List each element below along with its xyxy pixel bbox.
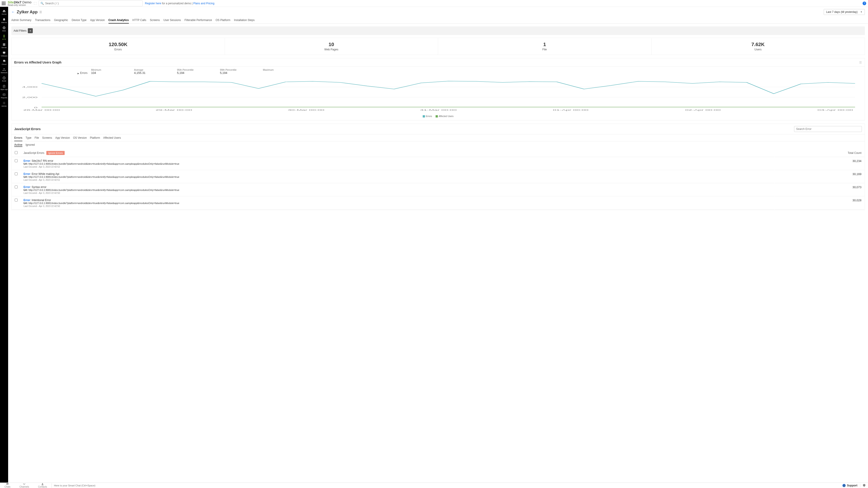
legend-item[interactable]: Errors <box>423 115 432 118</box>
support-button[interactable]: 🎧 Support <box>840 484 860 487</box>
sidebar-item-cloud[interactable]: Cloud <box>0 58 8 67</box>
subtab-os-version[interactable]: OS Version <box>73 136 87 141</box>
error-checkbox[interactable] <box>15 199 18 201</box>
sidebar-item-home[interactable]: Home <box>0 8 8 17</box>
tab-user-sessions[interactable]: User Sessions <box>163 17 181 24</box>
chart-title: Errors vs Affected Users Graph <box>14 61 61 64</box>
stat-label: Errors <box>15 48 221 51</box>
chat-icon <box>6 483 9 486</box>
error-cell[interactable]: Error: Error While making ApiUrl: http:/… <box>21 170 774 183</box>
chart-stat-header: Maximum <box>263 68 306 71</box>
tab-app-version[interactable]: App Version <box>90 17 105 24</box>
back-arrow-icon[interactable]: ← <box>11 10 15 14</box>
error-message: Syntax error <box>32 186 46 189</box>
subtab-type[interactable]: Type <box>26 136 31 141</box>
feedback-icon[interactable] <box>860 484 868 487</box>
expand-icon[interactable]: ⛶ <box>34 2 36 5</box>
tab-http-calls[interactable]: HTTP Calls <box>132 17 146 24</box>
web-icon <box>2 26 6 29</box>
tab-os-platform[interactable]: OS Platform <box>216 17 230 24</box>
subtab2-active[interactable]: Active <box>14 143 22 147</box>
channels-button[interactable]: Channels <box>15 483 33 488</box>
logo-demo: Demo <box>22 0 31 4</box>
subtab-app-version[interactable]: App Version <box>55 136 70 141</box>
reports-icon <box>2 93 6 96</box>
tab-device-type[interactable]: Device Type <box>72 17 87 24</box>
subtab-affected-users[interactable]: Affected Users <box>103 136 121 141</box>
subtab-platform[interactable]: Platform <box>90 136 100 141</box>
svg-text:28-Mar 00:00: 28-Mar 00:00 <box>23 109 60 111</box>
error-cell[interactable]: Error: Syntax errorUrl: http://127.0.0.1… <box>21 184 774 196</box>
chats-button[interactable]: Chats <box>0 483 15 488</box>
sidebar-item-label: Home <box>2 13 6 15</box>
app-launcher-icon[interactable] <box>2 2 5 5</box>
sidebar-item-admin[interactable]: Admin <box>0 100 8 108</box>
sidebar-item-network[interactable]: Network <box>0 67 8 75</box>
sidebar-item-applogs[interactable]: AppLogs <box>0 84 8 92</box>
add-filter-button[interactable]: + <box>28 28 33 33</box>
stat-value: 7.62K <box>655 41 861 47</box>
help-icon[interactable]: ? <box>863 2 866 5</box>
rum-icon <box>2 76 6 79</box>
legend-label: Errors <box>426 115 432 118</box>
sidebar-item-rum[interactable]: RUM <box>0 75 8 84</box>
error-cell[interactable]: Error: Site24x7 RN errorUrl: http://127.… <box>21 158 774 170</box>
sidebar-item-label: Server <box>1 46 7 48</box>
tab-filterable-performance[interactable]: Filterable Performance <box>184 17 212 24</box>
tab-admin-summary[interactable]: Admin Summary <box>11 17 31 24</box>
ignore-errors-button[interactable]: Ignore Errors <box>46 151 64 155</box>
svg-text:03-Apr 00:00: 03-Apr 00:00 <box>817 109 853 111</box>
main: ← Zylker App ☰ Last 7 days (till yesterd… <box>8 7 868 483</box>
server-icon <box>2 43 6 46</box>
logo-num: 24x7 <box>14 0 22 4</box>
apm-icon <box>2 35 6 38</box>
chart-stat-col: 95th Percentile5,194 <box>177 68 220 74</box>
sidebar-item-web[interactable]: Web <box>0 25 8 33</box>
sidebar-item-server[interactable]: Server <box>0 41 8 50</box>
error-checkbox[interactable] <box>15 186 18 188</box>
legend-item[interactable]: Affected Users <box>436 115 454 118</box>
select-all-checkbox[interactable] <box>15 151 18 154</box>
svg-point-5 <box>4 68 4 69</box>
error-count: 30,234 <box>775 158 864 170</box>
svg-text:29-Mar 00:00: 29-Mar 00:00 <box>156 109 192 111</box>
smart-chat-input[interactable] <box>52 483 840 488</box>
tab-geographic[interactable]: Geographic <box>54 17 68 24</box>
content: Add Filters + 120.50KErrors10Web Pages1F… <box>8 24 868 213</box>
register-link[interactable]: Register here <box>145 2 161 5</box>
sidebar-item-apm[interactable]: APM <box>0 33 8 41</box>
subtab-screens[interactable]: Screens <box>42 136 52 141</box>
js-subtabs2: ActiveIgnored <box>11 141 865 149</box>
subtab-file[interactable]: File <box>35 136 39 141</box>
error-checkbox[interactable] <box>15 172 18 175</box>
tab-installation-steps[interactable]: Installation Steps <box>234 17 254 24</box>
error-checkbox[interactable] <box>15 159 18 162</box>
subtab-errors[interactable]: Errors <box>14 136 22 141</box>
time-range-select[interactable]: Last 7 days (till yesterday) ▼ <box>824 9 865 15</box>
tab-crash-analytics[interactable]: Crash Analytics <box>108 17 129 24</box>
sidebar-item-label: Admin <box>2 105 7 107</box>
svg-rect-2 <box>3 45 5 46</box>
error-cell[interactable]: Error: Intentional ErrorUrl: http://127.… <box>21 197 774 209</box>
error-count: 30,073 <box>775 184 864 196</box>
error-search-input[interactable] <box>794 126 862 132</box>
sidebar-item-alarms[interactable]: Alarms <box>0 17 8 25</box>
tab-screens[interactable]: Screens <box>150 17 160 24</box>
tab-transactions[interactable]: Transactions <box>35 17 51 24</box>
chart-legend: ErrorsAffected Users <box>14 115 862 118</box>
chart-stat-header: 99th Percentile <box>220 68 263 71</box>
errors-table: JavaScript Errors Ignore Errors Total Co… <box>11 149 865 210</box>
plans-link[interactable]: Plans and Pricing <box>193 2 214 5</box>
sidebar-item-vmware[interactable]: VMware <box>0 50 8 58</box>
sidebar: HomeAlarmsWebAPMServerVMwareCloudNetwork… <box>0 7 8 483</box>
search-icon: 🔍 <box>40 2 44 5</box>
subtab2-ignored[interactable]: Ignored <box>26 143 35 147</box>
page-menu-icon[interactable]: ☰ <box>39 10 42 14</box>
contacts-button[interactable]: Contacts <box>33 483 51 488</box>
search-input[interactable] <box>39 0 143 6</box>
chart-menu-icon[interactable]: ☰ <box>859 61 862 64</box>
sidebar-item-label: AppLogs <box>0 88 8 90</box>
chart-stat-header: Average <box>134 68 177 71</box>
sidebar-item-reports[interactable]: Reports <box>0 92 8 100</box>
error-time: Apr 3, 2023 22:42:50 <box>39 192 60 194</box>
